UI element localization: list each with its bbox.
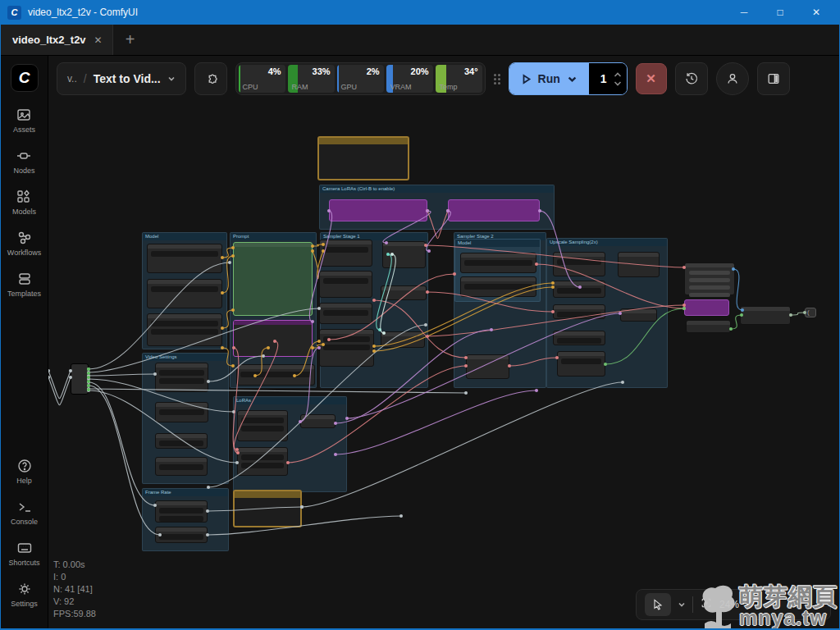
node-graph-canvas[interactable]: Camera LoRAs (Ctrl-B to enable)ModelProm… — [48, 102, 839, 628]
graph-node[interactable] — [553, 304, 605, 319]
graph-node[interactable] — [71, 363, 89, 395]
graph-node[interactable] — [740, 306, 791, 325]
minimize-button[interactable]: ─ — [728, 2, 760, 23]
graph-node[interactable] — [147, 313, 222, 346]
cancel-run-button[interactable]: ✕ — [636, 63, 667, 94]
graph-node[interactable] — [381, 285, 427, 300]
step-up-icon[interactable] — [614, 72, 622, 78]
assets-icon — [16, 107, 32, 123]
maximize-button[interactable]: □ — [764, 2, 797, 23]
breadcrumb-prefix: v.. — [67, 73, 77, 84]
chevron-down-icon[interactable] — [678, 600, 686, 609]
pointer-tool-button[interactable] — [645, 593, 671, 616]
sidebar-label: Assets — [13, 126, 35, 134]
graph-node[interactable] — [466, 354, 509, 379]
graph-node[interactable] — [147, 244, 222, 273]
play-icon — [521, 74, 532, 84]
graph-node[interactable] — [382, 241, 426, 268]
graph-group-title: Frame Rate — [143, 489, 228, 496]
run-button[interactable]: Run — [509, 63, 589, 94]
sidebar-item-console[interactable]: Console — [11, 499, 38, 526]
sidebar-item-shortcuts[interactable]: Shortcuts — [8, 540, 39, 567]
graph-node[interactable] — [233, 490, 302, 527]
sidebar-item-workflows[interactable]: Workflows — [7, 230, 41, 257]
sidebar-item-help[interactable]: Help — [16, 458, 33, 485]
graph-node[interactable] — [553, 252, 605, 276]
zoom-level[interactable]: 24% — [719, 599, 739, 610]
workflows-icon — [16, 230, 33, 246]
batch-count-value[interactable]: 1 — [600, 72, 607, 85]
graph-node[interactable] — [684, 262, 735, 295]
stat-vram: 20%VRAM — [386, 65, 433, 93]
graph-group-title: Video Settings — [143, 354, 228, 361]
sidebar-item-models[interactable]: Models — [12, 189, 36, 216]
sidebar-item-settings[interactable]: Settings — [11, 581, 38, 608]
divider — [692, 596, 693, 613]
graph-node[interactable] — [147, 279, 222, 308]
graph-node[interactable] — [233, 320, 313, 357]
graph-node[interactable] — [557, 351, 605, 377]
graph-node[interactable] — [329, 199, 427, 221]
close-button[interactable]: ✕ — [800, 2, 833, 23]
templates-icon — [16, 271, 33, 287]
graph-node[interactable] — [236, 364, 315, 386]
graph-node[interactable] — [155, 457, 208, 476]
panel-toggle-button[interactable] — [757, 62, 790, 95]
run-controls: Run 1 — [509, 62, 628, 95]
workflow-breadcrumb[interactable]: v.. / Text to Vid... — [57, 62, 186, 95]
chevron-down-icon[interactable] — [167, 75, 176, 83]
graph-node[interactable] — [237, 447, 288, 476]
batch-count: 1 — [589, 63, 627, 94]
tab-video-ltx2-t2v[interactable]: video_ltx2_t2v ✕ — [1, 25, 113, 55]
graph-node[interactable] — [618, 252, 660, 277]
perf-node-count: N: 41 [41] — [53, 583, 96, 596]
graph-node[interactable] — [237, 410, 288, 441]
graph-node[interactable] — [553, 331, 605, 345]
graph-node[interactable] — [319, 271, 372, 298]
sidebar-label: Templates — [7, 290, 41, 298]
sidebar-label: Nodes — [13, 167, 34, 175]
graph-node[interactable] — [155, 433, 208, 449]
graph-node[interactable] — [686, 320, 731, 333]
sidebar-item-assets[interactable]: Assets — [13, 107, 35, 134]
perf-iterations: I: 0 — [53, 571, 96, 583]
graph-node[interactable] — [319, 303, 372, 324]
sidebar-label: Shortcuts — [8, 559, 39, 567]
graph-node[interactable] — [448, 199, 540, 221]
graph-node[interactable] — [553, 281, 605, 298]
sidebar-label: Help — [16, 477, 32, 485]
system-stats-panel: 4%CPU 33%RAM 2%GPU 20%VRAM 34°Temp — [235, 62, 486, 95]
graph-node[interactable] — [319, 240, 372, 267]
perf-fps: FPS:59.88 — [53, 608, 96, 620]
graph-node[interactable] — [155, 500, 208, 523]
fit-view-button[interactable] — [700, 596, 713, 613]
workflow-tab-bar: video_ltx2_t2v ✕ + — [1, 25, 839, 56]
graph-node[interactable] — [460, 276, 536, 297]
graph-node[interactable]: ( — [805, 308, 816, 317]
chevron-down-icon[interactable] — [567, 74, 578, 84]
graph-node[interactable] — [460, 253, 536, 273]
graph-node[interactable] — [684, 299, 729, 316]
graph-node[interactable] — [620, 308, 657, 322]
sidebar-item-templates[interactable]: Templates — [7, 271, 41, 298]
new-tab-button[interactable]: + — [113, 25, 148, 55]
drag-handle[interactable] — [494, 74, 500, 84]
extensions-button[interactable] — [194, 62, 227, 95]
graph-node[interactable] — [317, 136, 409, 180]
sidebar-item-nodes[interactable]: Nodes — [13, 148, 34, 175]
graph-node[interactable] — [155, 402, 208, 422]
help-icon — [16, 458, 33, 474]
history-button[interactable] — [675, 62, 708, 95]
graph-node[interactable] — [381, 331, 425, 348]
graph-node[interactable] — [319, 329, 374, 367]
graph-node[interactable] — [300, 414, 336, 428]
graph-node[interactable] — [155, 363, 208, 392]
title-bar: C video_ltx2_t2v - ComfyUI ─ □ ✕ — [1, 0, 839, 25]
tab-close-icon[interactable]: ✕ — [94, 34, 103, 46]
user-button[interactable] — [716, 62, 749, 95]
step-down-icon[interactable] — [614, 80, 622, 86]
graph-node[interactable] — [233, 242, 313, 316]
graph-node[interactable] — [155, 527, 208, 543]
comfyui-logo[interactable]: C — [11, 64, 39, 92]
sidebar-label: Workflows — [7, 249, 41, 257]
